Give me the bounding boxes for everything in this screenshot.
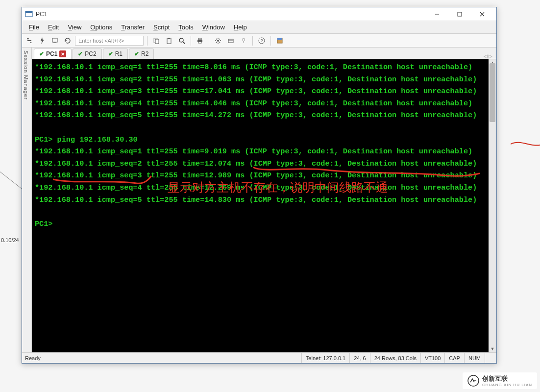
svg-line-24 <box>220 42 221 43</box>
help-icon[interactable]: ? <box>256 35 267 46</box>
svg-point-13 <box>179 38 183 42</box>
svg-rect-34 <box>277 38 282 40</box>
session-options-icon[interactable] <box>225 35 236 46</box>
svg-rect-16 <box>198 38 201 40</box>
scroll-thumb[interactable] <box>490 63 495 122</box>
status-ready: Ready <box>25 355 301 361</box>
svg-line-23 <box>216 39 217 40</box>
svg-rect-17 <box>198 42 201 43</box>
scrollbar[interactable]: ▲ ▼ <box>489 59 496 352</box>
print-icon[interactable] <box>195 35 205 46</box>
svg-text:?: ? <box>260 38 263 43</box>
tab-nav: ◁ ▷ <box>482 53 494 59</box>
svg-rect-3 <box>458 12 462 16</box>
tab-label: R1 <box>115 50 123 57</box>
svg-rect-6 <box>27 40 31 41</box>
menu-transfer[interactable]: Transfer <box>117 22 148 33</box>
check-icon: ✔ <box>108 50 113 57</box>
status-caps: CAP <box>444 353 464 363</box>
find-icon[interactable] <box>176 35 187 46</box>
app-window: PC1 FileEditViewOptionsTransferScriptToo… <box>22 7 497 364</box>
watermark-logo-icon <box>467 375 479 387</box>
terminal-output[interactable]: *192.168.10.1 icmp_seq=1 ttl=255 time=8.… <box>32 59 489 352</box>
tab-bar: ✔ PC1 ✕ ✔ PC2 ✔ R1 ✔ R2 ◁ ▷ <box>32 48 496 59</box>
tab-prev-icon[interactable]: ◁ <box>484 53 488 59</box>
menu-help[interactable]: Help <box>230 22 251 33</box>
status-cursor: 24, 6 <box>349 353 369 363</box>
maximize-button[interactable] <box>448 7 471 21</box>
tab-r1[interactable]: ✔ R1 <box>103 49 128 59</box>
background-curve-right <box>511 138 540 148</box>
svg-rect-1 <box>25 11 32 13</box>
toolbar: Enter host <Alt+R> ? <box>22 34 496 48</box>
svg-line-14 <box>183 42 185 44</box>
tab-label: R2 <box>141 50 148 57</box>
quick-connect-icon[interactable] <box>37 35 48 46</box>
status-emulation: VT100 <box>420 353 444 363</box>
status-size: 24 Rows, 83 Cols <box>370 353 420 363</box>
tab-pc1[interactable]: ✔ PC1 ✕ <box>34 49 72 59</box>
paste-icon[interactable] <box>164 35 174 46</box>
host-input[interactable]: Enter host <Alt+R> <box>75 36 144 46</box>
svg-rect-10 <box>155 39 159 44</box>
minimize-button[interactable] <box>426 7 448 21</box>
tab-close-icon[interactable]: ✕ <box>59 50 66 57</box>
svg-rect-7 <box>52 38 57 42</box>
svg-rect-11 <box>167 38 171 44</box>
app-icon <box>25 10 33 18</box>
watermark-main: 创新互联 <box>482 374 532 383</box>
background-line-left <box>0 172 22 232</box>
status-num: NUM <box>464 353 485 363</box>
svg-rect-29 <box>243 38 245 41</box>
watermark: 创新互联 CHUANG XIN HU LIAN <box>463 372 537 389</box>
title-bar: PC1 <box>22 7 496 21</box>
menu-window[interactable]: Window <box>198 22 229 33</box>
status-bar: Ready Telnet: 127.0.0.1 24, 6 24 Rows, 8… <box>22 352 496 363</box>
scroll-down-icon[interactable]: ▼ <box>489 345 496 352</box>
close-button[interactable] <box>471 7 493 21</box>
menu-script[interactable]: Script <box>149 22 173 33</box>
tab-next-icon[interactable]: ▷ <box>489 53 492 59</box>
check-icon: ✔ <box>78 50 83 57</box>
check-icon: ✔ <box>39 50 44 57</box>
menu-edit[interactable]: Edit <box>44 22 63 33</box>
window-title: PC1 <box>36 11 426 18</box>
check-icon: ✔ <box>134 50 139 57</box>
menu-options[interactable]: Options <box>86 22 116 33</box>
menu-view[interactable]: View <box>64 22 85 33</box>
svg-line-26 <box>220 39 221 40</box>
reconnect-icon[interactable] <box>24 35 35 46</box>
status-protocol: Telnet: 127.0.0.1 <box>301 353 349 363</box>
tab-label: PC1 <box>46 50 57 57</box>
keymap-icon[interactable] <box>238 35 249 46</box>
watermark-sub: CHUANG XIN HU LIAN <box>482 383 532 387</box>
disconnect-icon[interactable] <box>49 35 60 46</box>
svg-rect-27 <box>228 39 233 43</box>
svg-rect-12 <box>168 38 170 39</box>
svg-line-25 <box>216 42 217 43</box>
session-manager-panel[interactable]: Session Manager <box>22 48 32 352</box>
toggle-view-icon[interactable] <box>274 35 285 46</box>
menu-tools[interactable]: Tools <box>174 22 197 33</box>
settings-icon[interactable] <box>213 35 223 46</box>
tab-label: PC2 <box>85 50 96 57</box>
tab-pc2[interactable]: ✔ PC2 <box>73 49 101 59</box>
svg-point-18 <box>217 40 219 42</box>
reconnect-all-icon[interactable] <box>62 35 73 46</box>
menu-file[interactable]: File <box>25 22 43 33</box>
menu-bar: FileEditViewOptionsTransferScriptToolsWi… <box>22 21 496 34</box>
status-resize-grip[interactable] <box>485 353 493 363</box>
tab-r2[interactable]: ✔ R2 <box>129 49 154 59</box>
copy-icon[interactable] <box>151 35 162 46</box>
background-ip-label: 0.10/24 <box>1 237 19 243</box>
